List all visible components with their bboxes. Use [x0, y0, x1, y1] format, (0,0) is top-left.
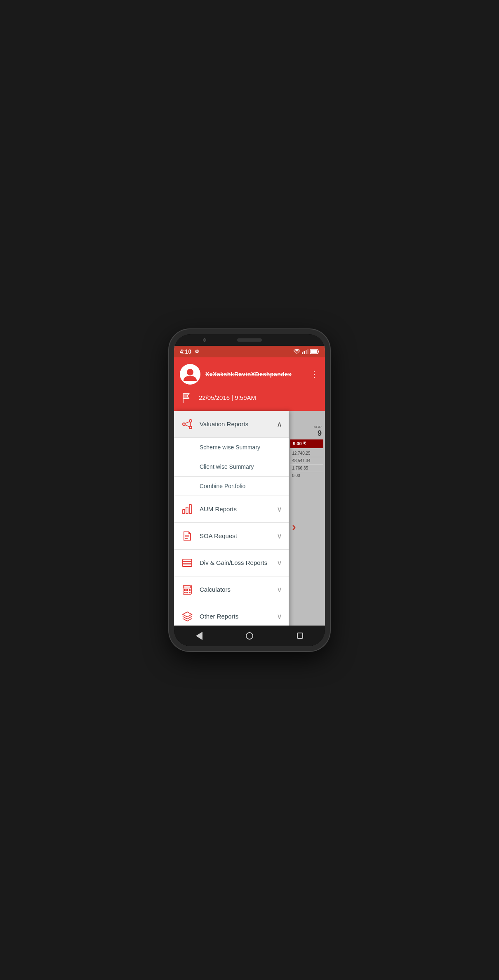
- bottom-nav: [174, 626, 325, 646]
- document-icon: [182, 531, 193, 541]
- combine-portfolio-label: Combine Portfolio: [200, 483, 245, 489]
- svg-point-11: [189, 426, 192, 429]
- peek-data: AGR 9 9.00 ₹ 12,740.25 48,541.34 1,766.3…: [289, 423, 325, 481]
- other-reports-label: Other Reports: [200, 613, 277, 620]
- soa-request-item[interactable]: SOA Request ∨: [174, 523, 289, 549]
- more-options-icon[interactable]: ⋮: [310, 369, 319, 379]
- drawer-header: XxXakshkRavinXDeshpandex ⋮ 22/05/2016 | …: [174, 357, 325, 411]
- peek-val4: 1,766.35: [290, 465, 323, 472]
- speaker: [237, 338, 262, 342]
- home-button[interactable]: [242, 628, 257, 643]
- peek-value1: 9: [290, 429, 323, 438]
- aum-reports-label: AUM Reports: [200, 505, 277, 512]
- svg-rect-26: [184, 586, 191, 588]
- soa-request-label: SOA Request: [200, 532, 277, 539]
- aum-icon: [181, 503, 194, 516]
- calendar-flag-icon: [181, 392, 193, 404]
- user-avatar-icon: [183, 367, 198, 382]
- battery-icon: [310, 349, 319, 354]
- phone-notch: [174, 334, 325, 346]
- camera: [203, 338, 206, 342]
- svg-rect-32: [189, 592, 191, 593]
- div-gain-chevron-icon: ∨: [277, 558, 282, 567]
- status-right: [294, 349, 319, 354]
- recents-button[interactable]: [292, 628, 307, 643]
- status-time: 4:10: [180, 348, 191, 355]
- valuation-icon: [181, 418, 194, 431]
- drawer-header-top: XxXakshkRavinXDeshpandex ⋮: [180, 364, 319, 385]
- wifi-icon: [294, 349, 300, 354]
- layers-icon: [182, 611, 193, 622]
- valuation-reports-section: Valuation Reports ∧ Scheme wise Summary …: [174, 411, 289, 496]
- svg-point-8: [187, 369, 193, 375]
- phone-device: 4:10 ⚙: [169, 329, 330, 651]
- svg-rect-3: [306, 350, 307, 354]
- other-reports-chevron-icon: ∨: [277, 612, 282, 621]
- peek-val3: 48,541.34: [290, 457, 323, 465]
- svg-rect-28: [186, 589, 188, 591]
- bar-chart-icon: [182, 504, 193, 515]
- svg-rect-1: [302, 352, 303, 354]
- div-gain-loss-section: Div & Gain/Loss Reports ∨: [174, 550, 289, 576]
- svg-line-13: [185, 425, 189, 427]
- back-icon: [196, 632, 202, 640]
- user-name: XxXakshkRavinXDeshpandex: [205, 371, 292, 378]
- svg-point-0: [297, 353, 297, 354]
- status-left: 4:10 ⚙: [180, 348, 199, 355]
- div-gain-icon: [181, 556, 194, 569]
- calculators-item[interactable]: Calculators ∨: [174, 576, 289, 603]
- signal-icon: [302, 349, 308, 354]
- svg-rect-4: [308, 349, 309, 354]
- home-icon: [246, 632, 253, 640]
- calculators-section: Calculators ∨: [174, 576, 289, 603]
- svg-rect-24: [183, 564, 192, 567]
- calculators-label: Calculators: [200, 586, 277, 593]
- peek-val2: 12,740.25: [290, 450, 323, 457]
- user-section: XxXakshkRavinXDeshpandex: [180, 364, 292, 385]
- aum-reports-item[interactable]: AUM Reports ∨: [174, 496, 289, 522]
- peek-row1: 9.00 ₹: [290, 439, 323, 448]
- status-bar: 4:10 ⚙: [174, 346, 325, 357]
- valuation-reports-item[interactable]: Valuation Reports ∧: [174, 411, 289, 437]
- calculator-icon: [181, 583, 194, 596]
- svg-point-10: [189, 420, 192, 422]
- gear-icon: ⚙: [195, 349, 199, 354]
- network-icon: [182, 419, 193, 430]
- other-reports-icon: [181, 610, 194, 623]
- aum-chevron-icon: ∨: [277, 505, 282, 514]
- client-wise-summary-label: Client wise Summary: [200, 463, 254, 470]
- soa-request-section: SOA Request ∨: [174, 523, 289, 550]
- other-reports-section: Other Reports ∨: [174, 603, 289, 626]
- scheme-wise-summary-item[interactable]: Scheme wise Summary: [174, 437, 289, 457]
- svg-rect-6: [318, 350, 319, 352]
- svg-rect-2: [304, 351, 305, 354]
- div-gain-loss-item[interactable]: Div & Gain/Loss Reports ∨: [174, 550, 289, 576]
- aum-reports-section: AUM Reports ∨: [174, 496, 289, 523]
- calc-icon: [182, 584, 193, 595]
- date-section: 22/05/2016 | 9:59AM: [180, 390, 319, 405]
- svg-rect-29: [189, 589, 191, 591]
- valuation-chevron-icon: ∧: [277, 420, 282, 429]
- valuation-reports-label: Valuation Reports: [200, 420, 277, 427]
- date-icon: [180, 390, 195, 405]
- recents-icon: [297, 633, 303, 639]
- svg-rect-30: [184, 592, 186, 593]
- svg-rect-23: [183, 562, 192, 564]
- svg-rect-16: [186, 507, 188, 514]
- svg-rect-31: [186, 592, 188, 593]
- peek-agr-label: AGR: [290, 425, 323, 429]
- other-reports-item[interactable]: Other Reports ∨: [174, 603, 289, 626]
- back-button[interactable]: [192, 628, 207, 643]
- peek-arrow-icon: ›: [292, 520, 296, 534]
- div-gain-loss-label: Div & Gain/Loss Reports: [200, 559, 277, 566]
- svg-rect-22: [183, 559, 192, 561]
- calculators-chevron-icon: ∨: [277, 585, 282, 594]
- combine-portfolio-item[interactable]: Combine Portfolio: [174, 476, 289, 496]
- scheme-wise-summary-label: Scheme wise Summary: [200, 444, 260, 451]
- svg-rect-17: [189, 505, 191, 514]
- app-content-peek: › AGR 9 9.00 ₹ 12,740.25 48,541.34 1,766…: [289, 411, 325, 626]
- inbox-icon: [182, 557, 193, 568]
- client-wise-summary-item[interactable]: Client wise Summary: [174, 457, 289, 476]
- svg-rect-7: [311, 350, 317, 353]
- peek-val5: 0.00: [290, 472, 323, 479]
